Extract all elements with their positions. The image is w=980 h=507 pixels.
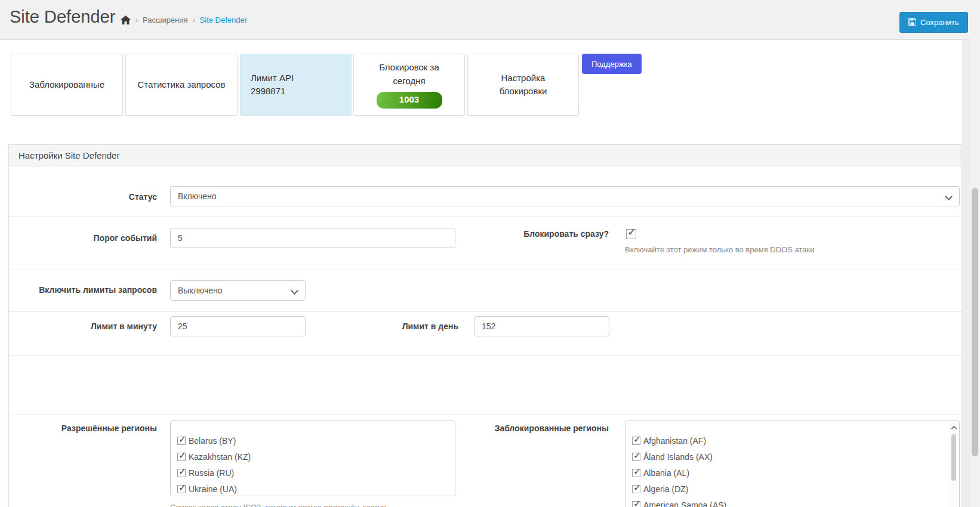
- list-item[interactable]: Russia (RU): [177, 468, 234, 477]
- blocks-today-badge: 1003: [377, 92, 442, 109]
- region-label: American Samoa (AS): [643, 500, 726, 507]
- list-item[interactable]: Algeria (DZ): [632, 484, 688, 493]
- limit-per-day-input[interactable]: [474, 316, 609, 336]
- tab-label: Заблокированные: [29, 78, 104, 92]
- block-immediately-checkbox[interactable]: [626, 229, 636, 239]
- breadcrumb-current[interactable]: Site Defender: [200, 16, 248, 24]
- region-label: Kazakhstan (KZ): [189, 452, 251, 462]
- region-label: Russia (RU): [189, 468, 234, 478]
- tab-label: Лимит API: [251, 72, 294, 85]
- tab-label: Блокировок за сегодня: [365, 61, 454, 88]
- region-label: Albania (AL): [643, 468, 689, 478]
- api-limit-value: 2998871: [251, 85, 285, 98]
- page-scrollbar-thumb[interactable]: [972, 188, 978, 456]
- row-divider: [9, 217, 961, 217]
- tab-api-limit[interactable]: Лимит API 2998871: [240, 54, 352, 116]
- enable-limits-select[interactable]: Выключено: [170, 280, 306, 301]
- list-item[interactable]: Belarus (BY): [177, 436, 236, 445]
- region-checkbox[interactable]: [177, 453, 186, 461]
- enable-limits-label: Включить лимиты запросов: [12, 285, 157, 295]
- site-defender-page: Site Defender › Расширения › Site Defend…: [0, 0, 980, 507]
- save-button[interactable]: Сохранить: [899, 12, 968, 33]
- event-threshold-label: Порог событий: [24, 233, 157, 243]
- allowed-regions-help: Список кодов стран ISO2, которым всегда …: [170, 503, 386, 507]
- row-divider: [9, 311, 961, 312]
- status-select[interactable]: Включено: [170, 186, 960, 206]
- tab-label: Статистика запросов: [138, 78, 226, 92]
- region-label: Afghanistan (AF): [643, 436, 706, 446]
- row-divider: [9, 270, 961, 270]
- allowed-regions-listbox[interactable]: Belarus (BY) Kazakhstan (KZ) Russia (RU)…: [170, 421, 455, 496]
- region-checkbox[interactable]: [177, 437, 186, 445]
- blocked-regions-label: Заблокированные регионы: [466, 423, 609, 433]
- region-checkbox[interactable]: [177, 485, 186, 493]
- breadcrumb-separator: ›: [135, 16, 138, 24]
- page-title: Site Defender: [10, 7, 115, 27]
- tab-blocked-list[interactable]: Заблокированные: [11, 54, 123, 116]
- limit-per-minute-input[interactable]: [170, 316, 306, 336]
- breadcrumb-extensions[interactable]: Расширения: [143, 16, 188, 24]
- tab-block-settings[interactable]: Настройка блокировки: [467, 54, 579, 116]
- page-header: Site Defender › Расширения › Site Defend…: [0, 0, 980, 40]
- save-button-label: Сохранить: [920, 18, 959, 27]
- block-immediately-label: Блокировать сразу?: [471, 229, 609, 239]
- region-checkbox[interactable]: [632, 501, 640, 507]
- settings-panel-title: Настройки Site Defender: [8, 144, 962, 166]
- limit-per-minute-label: Лимит в минуту: [24, 321, 157, 331]
- region-checkbox[interactable]: [632, 453, 640, 461]
- block-immediately-help: Включайте этот режим только во время DDO…: [625, 245, 814, 254]
- event-threshold-input[interactable]: [170, 228, 455, 248]
- page-scrollbar[interactable]: [970, 0, 980, 507]
- list-item[interactable]: Åland Islands (AX): [632, 452, 713, 461]
- save-icon: [908, 18, 916, 27]
- tab-blocks-today[interactable]: Блокировок за сегодня 1003: [353, 54, 465, 116]
- tab-label: Настройка блокировки: [479, 72, 568, 98]
- region-checkbox[interactable]: [177, 469, 186, 477]
- list-item[interactable]: American Samoa (AS): [632, 500, 726, 507]
- enable-limits-select-value: Выключено: [178, 286, 223, 295]
- list-item[interactable]: Ukraine (UA): [177, 484, 237, 493]
- limit-per-day-label: Лимит в день: [358, 321, 458, 331]
- breadcrumb-separator: ›: [193, 16, 195, 24]
- list-item[interactable]: Albania (AL): [632, 468, 689, 477]
- home-icon[interactable]: [121, 16, 131, 24]
- scroll-up-icon: [951, 426, 957, 432]
- status-label: Статус: [24, 192, 157, 202]
- region-label: Algeria (DZ): [643, 484, 688, 494]
- region-checkbox[interactable]: [632, 485, 640, 493]
- blocked-regions-listbox[interactable]: Afghanistan (AF) Åland Islands (AX) Alba…: [625, 421, 960, 507]
- scrollbar-thumb[interactable]: [951, 434, 956, 481]
- region-label: Åland Islands (AX): [643, 452, 713, 462]
- region-checkbox[interactable]: [632, 469, 640, 477]
- list-item[interactable]: Afghanistan (AF): [632, 436, 706, 445]
- region-label: Ukraine (UA): [189, 484, 237, 494]
- breadcrumb: › Расширения › Site Defender: [121, 0, 247, 40]
- listbox-scrollbar[interactable]: [950, 422, 958, 507]
- list-item[interactable]: Kazakhstan (KZ): [177, 452, 251, 461]
- support-button[interactable]: Поддержка: [582, 54, 642, 74]
- allowed-regions-label: Разрешённые регионы: [24, 423, 157, 433]
- region-checkbox[interactable]: [632, 437, 640, 445]
- region-label: Belarus (BY): [189, 436, 236, 446]
- row-divider: [9, 355, 961, 355]
- row-divider: [9, 415, 961, 415]
- chevron-down-icon: [291, 287, 298, 295]
- chevron-down-icon: [945, 193, 953, 200]
- tab-request-stats[interactable]: Статистика запросов: [125, 54, 238, 116]
- page-gutter: [962, 40, 970, 507]
- status-select-value: Включено: [178, 191, 217, 201]
